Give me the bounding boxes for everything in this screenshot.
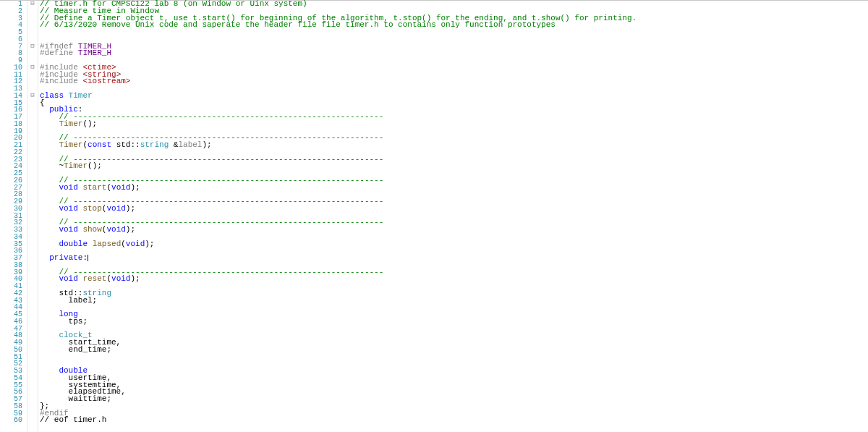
code-line[interactable]: // -------------------------------------…	[38, 114, 868, 121]
code-token: );	[130, 183, 140, 192]
fold-empty	[27, 417, 38, 424]
fold-toggle-icon[interactable]: ⊟	[27, 1, 38, 8]
fold-empty	[27, 241, 38, 248]
fold-empty	[27, 226, 38, 234]
code-token: Timer	[59, 119, 82, 128]
code-line[interactable]: #endif	[38, 410, 868, 418]
code-line[interactable]: std::string	[38, 290, 868, 297]
code-token: );	[145, 240, 154, 248]
code-line[interactable]: {	[38, 100, 868, 107]
code-token: start	[82, 183, 106, 192]
fold-empty	[27, 29, 38, 36]
code-line[interactable]: double	[38, 368, 868, 375]
fold-empty	[27, 332, 38, 339]
fold-empty	[27, 22, 38, 29]
fold-empty	[27, 276, 38, 283]
code-line[interactable]: #define TIMER_H	[38, 50, 868, 57]
code-line[interactable]	[38, 247, 868, 255]
code-line[interactable]	[38, 283, 868, 290]
code-token: std::	[116, 140, 140, 149]
code-line[interactable]	[38, 234, 868, 241]
code-line[interactable]: #include <string>	[38, 72, 868, 79]
code-token: stop	[82, 204, 101, 213]
code-line[interactable]: start_time,	[38, 339, 868, 347]
code-token: // eof timer.h	[40, 415, 106, 424]
code-line[interactable]	[38, 36, 868, 43]
code-line[interactable]: // -------------------------------------…	[38, 198, 868, 206]
fold-empty	[27, 198, 38, 206]
code-line[interactable]: long	[38, 311, 868, 318]
code-line[interactable]: };	[38, 403, 868, 410]
code-token: #include	[40, 77, 82, 85]
code-line[interactable]	[38, 57, 868, 64]
code-area[interactable]: // timer.h for CMPSC122 lab 8 (on Window…	[38, 1, 868, 432]
code-editor[interactable]: 1234567891011121314151617181920212223242…	[0, 0, 868, 432]
code-token: void	[111, 183, 130, 192]
code-token: label;	[40, 296, 97, 305]
code-line[interactable]: #include <iostream>	[38, 78, 868, 85]
fold-empty	[27, 304, 38, 311]
fold-empty	[27, 206, 38, 213]
code-line[interactable]: // timer.h for CMPSC122 lab 8 (on Window…	[38, 1, 868, 8]
code-line[interactable]: class Timer	[38, 93, 868, 100]
code-line[interactable]: // -------------------------------------…	[38, 219, 868, 226]
fold-empty	[27, 213, 38, 220]
code-token: :	[82, 253, 88, 262]
code-token	[40, 204, 59, 213]
code-line[interactable]: void start(void);	[38, 185, 868, 192]
code-line[interactable]	[38, 326, 868, 333]
code-token: <iostream>	[82, 77, 130, 85]
code-line[interactable]: end_time;	[38, 347, 868, 354]
code-token	[40, 119, 59, 128]
code-line[interactable]: Timer();	[38, 121, 868, 128]
code-line[interactable]: waittime;	[38, 396, 868, 403]
code-line[interactable]: // -------------------------------------…	[38, 269, 868, 276]
fold-empty	[27, 177, 38, 185]
code-token	[40, 240, 59, 248]
code-token: waittime;	[40, 394, 111, 403]
fold-column[interactable]: ⊟⊟⊟⊟	[27, 1, 38, 432]
code-line[interactable]: ~Timer();	[38, 163, 868, 170]
fold-toggle-icon[interactable]: ⊟	[27, 64, 38, 72]
code-token	[40, 183, 59, 192]
code-line[interactable]	[38, 354, 868, 361]
code-line[interactable]	[38, 304, 868, 311]
code-line[interactable]: void show(void);	[38, 226, 868, 234]
code-line[interactable]: #include <ctime>	[38, 64, 868, 72]
code-line[interactable]: usertime,	[38, 375, 868, 382]
code-line[interactable]: // -------------------------------------…	[38, 156, 868, 164]
code-token: ();	[88, 161, 102, 170]
code-line[interactable]: clock_t	[38, 332, 868, 339]
fold-empty	[27, 396, 38, 403]
code-line[interactable]: // eof timer.h	[38, 417, 868, 424]
code-token: Timer	[69, 91, 93, 100]
code-line[interactable]: void reset(void);	[38, 276, 868, 283]
code-line[interactable]: tps;	[38, 318, 868, 326]
code-token: );	[202, 140, 211, 149]
code-token	[40, 274, 59, 283]
fold-empty	[27, 114, 38, 121]
code-line[interactable]: elapsedtime,	[38, 389, 868, 396]
fold-empty	[27, 163, 38, 170]
line-number-gutter: 1234567891011121314151617181920212223242…	[0, 1, 27, 432]
fold-toggle-icon[interactable]: ⊟	[27, 43, 38, 51]
code-line[interactable]: double lapsed(void);	[38, 241, 868, 248]
fold-empty	[27, 106, 38, 114]
code-line[interactable]: // 6/13/2020 Remove Unix code and sapera…	[38, 22, 868, 29]
code-line[interactable]	[38, 85, 868, 93]
code-line[interactable]	[38, 29, 868, 36]
code-line[interactable]: private:	[38, 255, 868, 262]
code-line[interactable]: #ifndef TIMER_H	[38, 43, 868, 51]
code-token: label	[178, 140, 202, 149]
fold-empty	[27, 410, 38, 418]
fold-toggle-icon[interactable]: ⊟	[27, 93, 38, 100]
code-line[interactable]: systemtime,	[38, 382, 868, 389]
code-line[interactable]: void stop(void);	[38, 206, 868, 213]
code-line[interactable]	[38, 360, 868, 368]
code-token: // -------------------------------------…	[59, 112, 383, 121]
code-line[interactable]: label;	[38, 297, 868, 305]
fold-empty	[27, 185, 38, 192]
fold-empty	[27, 375, 38, 382]
code-line[interactable]: Timer(const std::string &label);	[38, 142, 868, 149]
code-line[interactable]: // -------------------------------------…	[38, 177, 868, 185]
